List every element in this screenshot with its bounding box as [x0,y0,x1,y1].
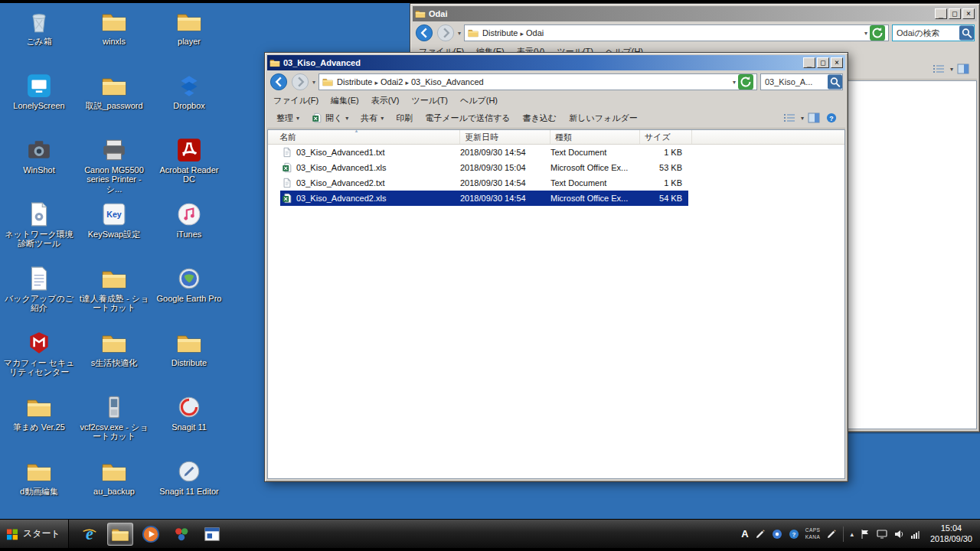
column-header[interactable]: サイズ [640,130,692,144]
search-icon[interactable] [828,74,842,90]
titlebar[interactable]: Odai _□× [413,6,977,21]
desktop-icon[interactable]: Google Earth Pro [152,262,227,326]
address-bar[interactable]: Distribute▸Odai ▾ [464,24,889,41]
search-input[interactable]: Odaiの検索 [897,28,957,39]
network-icon[interactable] [910,529,921,540]
close-button[interactable]: × [831,57,843,68]
toolbar-button[interactable]: 印刷 [390,109,419,127]
menu-item[interactable]: 編集(E) [331,95,359,106]
back-button[interactable] [270,73,288,91]
forward-button[interactable] [436,24,455,42]
menu-item[interactable]: ファイル(F) [273,95,318,106]
column-header[interactable]: 更新日時 [460,130,550,144]
maximize-button[interactable]: □ [817,57,829,68]
desktop-icon[interactable]: Canon MG5500 series Printer - シ... [77,133,152,197]
chevron-down-icon[interactable]: ▾ [950,66,953,73]
list-view-button[interactable] [933,64,946,75]
breadcrumb-item[interactable]: Odai [524,28,545,37]
monitor-icon[interactable] [877,529,887,540]
desktop-icon[interactable]: バックアップのご紹介 [2,262,77,326]
explorer-taskbar-button[interactable] [107,523,133,546]
breadcrumb-item[interactable]: Distribute [481,28,519,37]
search-box[interactable]: Odaiの検索 [892,24,975,41]
breadcrumb-item[interactable]: 03_Kiso_Advanced [410,77,485,86]
desktop-icon[interactable]: ごみ箱 [2,5,77,69]
desktop-icon[interactable]: マカフィー セキュリティセンター [2,326,77,390]
toolbar-button[interactable]: 書き込む [517,109,564,127]
desktop-icon[interactable]: WinShot [2,133,77,197]
file-row[interactable]: 03_Kiso_Advanced2.txt2018/09/30 14:54Tex… [268,175,844,191]
desktop-icon[interactable]: KeyKeySwap設定 [77,197,152,262]
desktop-icon[interactable]: ネットワーク環境診断ツール [2,197,77,262]
desktop-icon[interactable]: Acrobat Reader DC [152,133,227,197]
search-input[interactable]: 03_Kiso_A... [765,77,825,86]
ime-pad-icon[interactable] [772,529,782,540]
chevron-up-icon[interactable]: ▴ [850,530,854,538]
desktop-icon[interactable]: iTunes [152,197,227,262]
file-row[interactable]: 03_Kiso_Advanced1.txt2018/09/30 14:54Tex… [268,145,844,160]
history-dropdown-icon[interactable]: ▾ [458,30,461,37]
list-view-button[interactable] [783,112,797,124]
address-bar[interactable]: Distribute▸Odai2▸03_Kiso_Advanced ▾ [318,73,757,90]
desktop-icon[interactable]: s生活快適化 [77,326,152,390]
toolbar-button[interactable]: 電子メールで送信する [419,109,516,127]
menu-item[interactable]: ヘルプ(H) [460,95,498,106]
media-app-taskbar-button[interactable] [168,523,194,546]
desktop-icon[interactable]: player [152,5,227,69]
breadcrumb-arrow-icon[interactable]: ▸ [404,79,410,86]
desktop-icon[interactable]: d動画編集 [2,455,77,519]
search-icon[interactable] [959,25,974,41]
wmp-taskbar-button[interactable] [138,523,164,546]
forward-button[interactable] [291,73,309,91]
search-box[interactable]: 03_Kiso_A... [760,73,843,90]
refresh-button[interactable] [870,25,885,41]
desktop-icon[interactable]: 筆まめ Ver.25 [2,390,77,455]
column-header[interactable]: 名前▲ [268,130,460,144]
refresh-button[interactable] [738,74,753,90]
titlebar[interactable]: 03_Kiso_Advanced _□× [267,55,845,70]
pen-icon[interactable] [826,529,837,540]
address-dropdown-icon[interactable]: ▾ [864,30,867,37]
speaker-icon[interactable] [893,529,904,540]
preview-pane-button[interactable] [957,64,971,75]
desktop-icon[interactable]: winxls [77,5,152,69]
desktop-icon[interactable]: LonelyScreen [2,69,77,133]
close-button[interactable]: × [962,8,975,19]
editor-app-taskbar-button[interactable] [199,523,225,546]
breadcrumb-item[interactable]: Distribute [335,77,374,86]
desktop-icon[interactable]: t達人養成塾 - ショートカット [77,262,152,326]
ime-help-icon[interactable]: ? [789,529,799,540]
help-button[interactable]: ? [825,112,839,124]
menu-item[interactable]: ツール(T) [411,95,448,106]
chevron-down-icon[interactable]: ▾ [801,115,804,122]
column-header[interactable]: 種類 [550,130,640,144]
desktop-icon[interactable]: Snagit 11 Editor [152,455,227,519]
desktop-icon[interactable]: Dropbox [152,69,227,133]
desktop-icon[interactable]: vcf2csv.exe - ショートカット [77,390,152,455]
desktop-icon[interactable]: Distribute [152,326,227,390]
ime-mode-label[interactable]: A [741,528,748,540]
desktop-icon[interactable]: 取説_password [77,69,152,133]
toolbar-button[interactable]: 整理▾ [270,109,305,127]
toolbar-button[interactable]: 開く▾ [305,109,354,127]
file-row[interactable]: 03_Kiso_Advanced1.xls2018/09/30 15:04Mic… [268,160,844,175]
menu-item[interactable]: 表示(V) [371,95,400,106]
desktop-icon[interactable]: Snagit 11 [152,390,227,455]
toolbar-button[interactable]: 新しいフォルダー [563,109,644,127]
back-button[interactable] [415,24,433,42]
address-dropdown-icon[interactable]: ▾ [733,79,736,86]
maximize-button[interactable]: □ [949,8,961,19]
start-button[interactable]: スタート [0,520,69,548]
breadcrumb-item[interactable]: Odai2 [379,77,404,86]
ie-taskbar-button[interactable]: e [77,523,103,546]
history-dropdown-icon[interactable]: ▾ [312,79,315,86]
minimize-button[interactable]: _ [803,57,815,68]
desktop-icon[interactable]: au_backup [77,455,152,519]
file-row[interactable]: 03_Kiso_Advanced2.xls2018/09/30 14:54Mic… [268,191,844,206]
ime-pen-icon[interactable] [755,529,766,540]
taskbar-clock[interactable]: 15:04 2018/09/30 [927,523,972,545]
minimize-button[interactable]: _ [935,8,947,19]
flag-icon[interactable] [860,529,871,540]
preview-pane-button[interactable] [808,112,822,124]
toolbar-button[interactable]: 共有▾ [354,109,390,127]
